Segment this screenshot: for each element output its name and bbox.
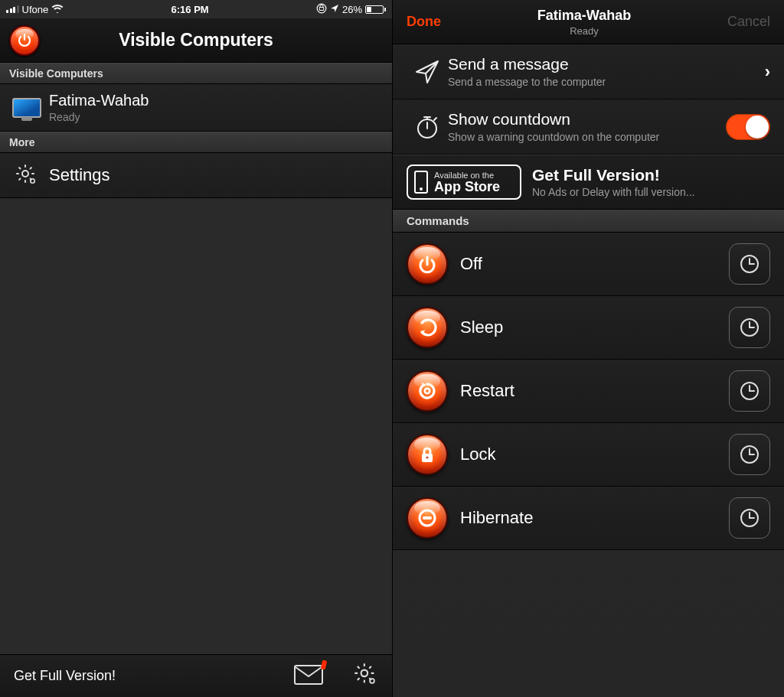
detail-title: Fatima-Wahab [441, 8, 727, 24]
schedule-button[interactable] [729, 243, 770, 285]
countdown-title: Show countdown [448, 110, 717, 129]
svg-point-1 [22, 171, 28, 177]
clock-icon [739, 507, 760, 529]
command-row-off[interactable]: Off [393, 233, 784, 296]
computer-row[interactable]: Fatima-Wahab Ready [0, 84, 392, 132]
stopwatch-icon [413, 113, 441, 141]
command-row-lock[interactable]: Lock [393, 423, 784, 487]
status-bar: Ufone 6:16 PM 26% [0, 0, 392, 18]
schedule-button[interactable] [729, 370, 770, 412]
done-button[interactable]: Done [407, 14, 441, 30]
cancel-button[interactable]: Cancel [727, 14, 770, 30]
orientation-lock-icon [316, 3, 327, 16]
computer-status: Ready [49, 111, 381, 123]
app-power-button[interactable] [9, 25, 40, 56]
clock-icon [739, 253, 760, 275]
get-full-version-row[interactable]: Available on the App Store Get Full Vers… [393, 155, 784, 210]
command-row-hibernate[interactable]: Hibernate [393, 487, 784, 550]
svg-point-12 [426, 456, 428, 458]
show-countdown-row: Show countdown Show a warning countdown … [393, 99, 784, 155]
send-message-title: Send a message [448, 55, 717, 73]
mail-button[interactable] [294, 665, 323, 688]
svg-point-5 [370, 679, 374, 683]
bottom-toolbar: Get Full Version! [0, 654, 392, 697]
paper-plane-icon [413, 58, 441, 86]
chevron-right-icon: › [765, 62, 770, 82]
gfv-title: Get Full Version! [532, 166, 694, 184]
send-message-row[interactable]: Send a message Send a message to the com… [393, 44, 784, 99]
command-row-restart[interactable]: Restart [393, 360, 784, 423]
monitor-icon [12, 98, 41, 118]
command-row-sleep[interactable]: Sleep [393, 296, 784, 360]
command-label: Off [460, 254, 729, 274]
clock-icon [739, 444, 760, 465]
clock-label: 6:16 PM [172, 4, 209, 15]
wifi-icon [51, 4, 64, 15]
get-full-version-link[interactable]: Get Full Version! [14, 668, 116, 684]
nav-bar: Visible Computers [0, 18, 392, 63]
settings-label: Settings [49, 165, 110, 185]
right-pane: Done Fatima-Wahab Ready Cancel Send a me… [392, 0, 784, 697]
svg-rect-3 [295, 666, 322, 684]
svg-point-2 [31, 179, 34, 183]
command-label: Restart [460, 381, 729, 401]
restart-orb-icon [407, 370, 448, 412]
commands-header: Commands [393, 210, 784, 233]
schedule-button[interactable] [729, 307, 770, 348]
schedule-button[interactable] [729, 434, 770, 475]
location-icon [330, 4, 339, 15]
schedule-button[interactable] [729, 497, 770, 539]
computer-name: Fatima-Wahab [49, 92, 381, 109]
notification-badge-icon [321, 660, 327, 669]
countdown-toggle[interactable] [726, 114, 770, 140]
sleep-orb-icon [407, 307, 448, 348]
section-header-computers: Visible Computers [0, 63, 392, 84]
app-store-badge: Available on the App Store [407, 164, 521, 200]
gear-icon [15, 164, 38, 187]
hibernate-orb-icon [407, 497, 448, 539]
command-label: Sleep [460, 318, 729, 337]
page-title: Visible Computers [119, 30, 273, 50]
carrier-label: Ufone [22, 4, 49, 15]
settings-button[interactable] [354, 663, 378, 690]
lock-orb-icon [407, 434, 448, 475]
svg-point-4 [361, 669, 368, 676]
countdown-sub: Show a warning countdown on the computer [448, 131, 717, 143]
detail-nav-bar: Done Fatima-Wahab Ready Cancel [393, 0, 784, 44]
detail-subtitle: Ready [441, 25, 727, 37]
clock-icon [739, 380, 760, 402]
gfv-sub: No Ads or Delay with full version... [532, 186, 694, 198]
clock-icon [739, 317, 760, 338]
section-header-more: More [0, 132, 392, 153]
send-message-sub: Send a message to the computer [448, 76, 717, 88]
battery-pct: 26% [342, 4, 362, 15]
svg-point-9 [425, 389, 430, 393]
command-label: Lock [460, 445, 729, 464]
signal-bars-icon [6, 5, 19, 13]
battery-icon [365, 5, 386, 14]
left-pane: Ufone 6:16 PM 26% [0, 0, 392, 697]
gear-icon [354, 663, 378, 687]
commands-list: OffSleepRestartLockHibernate [393, 233, 784, 550]
envelope-icon [294, 665, 323, 685]
settings-row[interactable]: Settings [0, 153, 392, 198]
appstore-line2: App Store [434, 180, 500, 194]
phone-icon [414, 171, 428, 194]
power-orb-icon [407, 243, 448, 285]
command-label: Hibernate [460, 508, 729, 528]
svg-rect-15 [423, 516, 432, 519]
